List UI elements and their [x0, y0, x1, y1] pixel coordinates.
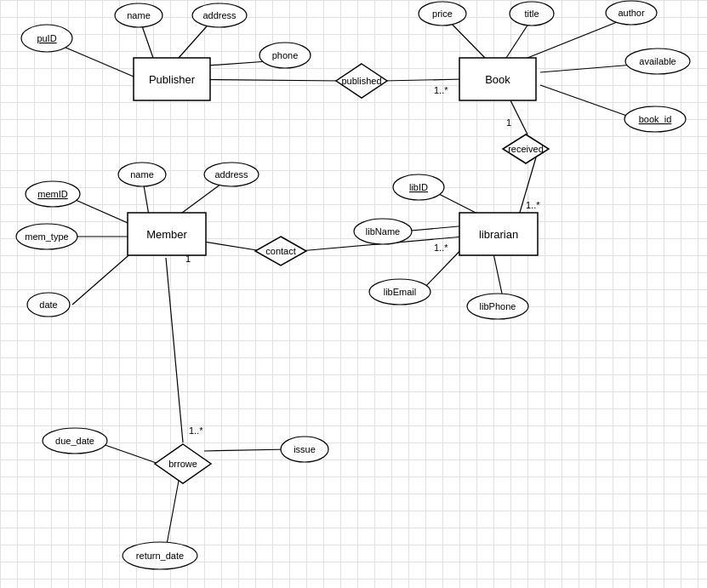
svg-line-1 [383, 79, 464, 81]
svg-line-25 [72, 251, 134, 305]
svg-text:1..*: 1..* [189, 425, 203, 436]
attr-return-date-label: return_date [136, 551, 184, 561]
attr-libPhone-label: libPhone [480, 301, 516, 311]
attr-puID-label: puID [37, 33, 56, 43]
er-diagram: 1 1..* 1 1..* 1 1..* [0, 0, 707, 588]
attr-date-label: date [39, 300, 57, 310]
svg-line-26 [434, 191, 481, 215]
entity-publisher-label: Publisher [149, 73, 196, 86]
attr-mem-type-label: mem_type [25, 231, 68, 242]
attr-pub-address-label: address [202, 10, 237, 20]
attr-libEmail-label: libEmail [384, 287, 417, 297]
attr-due-date-label: due_date [55, 436, 94, 446]
rel-contact-label: contact [265, 246, 295, 256]
entity-librarian-label: librarian [479, 228, 518, 241]
rel-published-label: published [341, 76, 381, 86]
attr-memID-label: memID [37, 189, 68, 199]
attr-price-label: price [432, 9, 453, 19]
svg-text:1..*: 1..* [434, 85, 448, 95]
attr-title-label: title [524, 9, 539, 19]
svg-line-4 [64, 47, 134, 77]
svg-line-33 [204, 449, 289, 451]
entity-member-label: Member [146, 228, 187, 241]
svg-line-13 [510, 100, 527, 134]
attr-issue-label: issue [294, 444, 316, 454]
er-svg: 1 1..* 1 1..* 1 1..* [0, 0, 707, 588]
svg-line-30 [166, 258, 183, 442]
rel-brrowe-label: brrowe [168, 459, 197, 469]
entity-book-label: Book [485, 73, 510, 86]
svg-line-21 [70, 197, 134, 225]
svg-line-29 [493, 254, 502, 294]
attr-libID-label: libID [409, 182, 428, 192]
rel-received-label: received [508, 144, 544, 154]
attr-libName-label: libName [366, 226, 400, 237]
svg-text:1..*: 1..* [434, 243, 448, 253]
attr-mem-address-label: address [214, 169, 248, 180]
attr-mem-name-label: name [130, 169, 154, 180]
attr-book-id-label: book_id [639, 114, 672, 124]
attr-pub-name-label: name [127, 10, 151, 20]
svg-line-34 [166, 481, 179, 549]
attr-phone-label: phone [272, 50, 299, 60]
svg-text:1..*: 1..* [526, 200, 540, 210]
svg-line-12 [540, 85, 636, 119]
svg-text:1: 1 [506, 117, 511, 128]
attr-available-label: available [639, 56, 676, 66]
attr-author-label: author [618, 8, 645, 18]
